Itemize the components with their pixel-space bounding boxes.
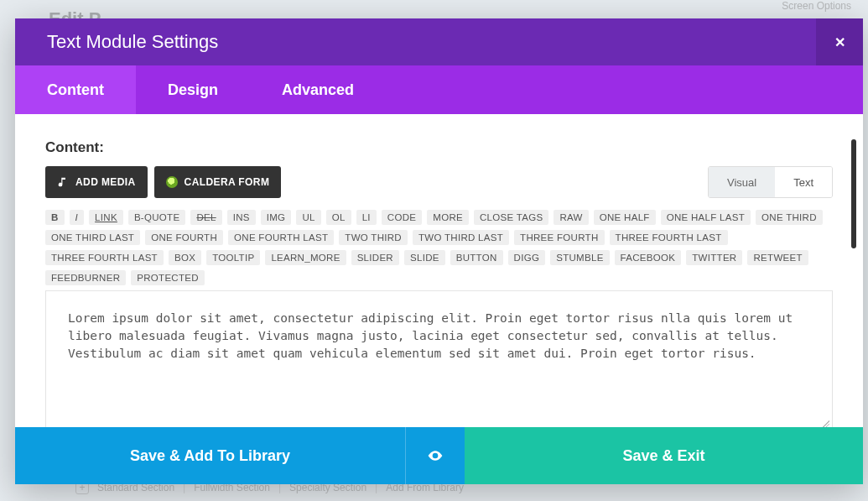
eye-icon [427,447,444,464]
quicktag-box[interactable]: BOX [169,250,201,265]
add-media-button[interactable]: ADD MEDIA [45,166,148,198]
quicktag-one-third[interactable]: ONE THIRD [756,210,823,225]
quicktag-tooltip[interactable]: TOOLTIP [206,250,260,265]
quicktag-three-fourth-last[interactable]: THREE FOURTH LAST [45,250,164,265]
editor-mode-tabs: Visual Text [708,166,833,198]
quicktag-feedburner[interactable]: FEEDBURNER [45,270,126,285]
scrollbar-thumb[interactable] [851,139,856,248]
quicktag-ul[interactable]: UL [296,210,320,225]
quicktag-ol[interactable]: OL [326,210,351,225]
media-toolbar: ADD MEDIA CALDERA FORM Visual Text [45,166,833,198]
quicktag-one-half-last[interactable]: ONE HALF LAST [661,210,751,225]
quicktag-img[interactable]: IMG [261,210,292,225]
quicktag-learn-more[interactable]: LEARN_MORE [265,250,346,265]
caldera-form-button[interactable]: CALDERA FORM [154,166,282,198]
caldera-form-label: CALDERA FORM [185,176,270,188]
bg-screen-options: Screen Options [782,0,851,12]
content-field-label: Content: [45,139,833,156]
save-add-library-button[interactable]: Save & Add To Library [15,427,405,484]
settings-tabs: Content Design Advanced [15,65,863,114]
mode-text[interactable]: Text [775,167,832,197]
close-icon: ✕ [834,34,845,50]
quicktag-slide[interactable]: SLIDE [404,250,445,265]
quicktag-ins[interactable]: INS [227,210,256,225]
close-button[interactable]: ✕ [816,18,863,65]
preview-button[interactable] [405,427,465,484]
quicktag-button[interactable]: BUTTON [450,250,503,265]
quicktag-code[interactable]: CODE [382,210,422,225]
quicktag-close-tags[interactable]: CLOSE TAGS [474,210,548,225]
modal-header: Text Module Settings ✕ [15,18,863,65]
quicktag-one-third-last[interactable]: ONE THIRD LAST [45,230,140,245]
tab-design[interactable]: Design [136,65,250,114]
tab-advanced[interactable]: Advanced [250,65,386,114]
quicktag-b[interactable]: B [45,210,65,225]
tab-content[interactable]: Content [15,65,136,114]
settings-modal: Text Module Settings ✕ Content Design Ad… [15,18,863,484]
quicktag-protected[interactable]: PROTECTED [131,270,205,285]
quicktag-facebook[interactable]: FACEBOOK [615,250,682,265]
modal-title: Text Module Settings [47,31,218,53]
music-note-icon [57,176,69,188]
svg-point-0 [434,454,436,457]
quicktag-i[interactable]: I [70,210,85,225]
quicktag-raw[interactable]: RAW [554,210,588,225]
quicktag-twitter[interactable]: TWITTER [686,250,742,265]
quicktag-link[interactable]: LINK [89,210,123,225]
save-exit-button[interactable]: Save & Exit [465,427,863,484]
quicktag-three-fourth[interactable]: THREE FOURTH [514,230,604,245]
content-editor[interactable]: Lorem ipsum dolor sit amet, consectetur … [45,291,833,427]
quicktag-one-half[interactable]: ONE HALF [594,210,656,225]
quicktag-toolbar: BILINKB-QUOTEDELINSIMGULOLLICODEMORECLOS… [45,206,833,291]
quicktag-more[interactable]: MORE [427,210,469,225]
modal-footer: Save & Add To Library Save & Exit [15,427,863,484]
quicktag-stumble[interactable]: STUMBLE [550,250,609,265]
caldera-icon [166,176,178,188]
quicktag-digg[interactable]: DIGG [508,250,546,265]
mode-visual[interactable]: Visual [709,167,775,197]
quicktag-two-third[interactable]: TWO THIRD [339,230,408,245]
quicktag-b-quote[interactable]: B-QUOTE [128,210,186,225]
quicktag-slider[interactable]: SLIDER [351,250,399,265]
quicktag-one-fourth-last[interactable]: ONE FOURTH LAST [228,230,334,245]
quicktag-two-third-last[interactable]: TWO THIRD LAST [413,230,509,245]
quicktag-del[interactable]: DEL [190,210,221,225]
quicktag-one-fourth[interactable]: ONE FOURTH [145,230,223,245]
add-media-label: ADD MEDIA [75,176,136,188]
quicktag-li[interactable]: LI [356,210,377,225]
quicktag-three-fourth-last[interactable]: THREE FOURTH LAST [610,230,728,245]
editor-wrap: Lorem ipsum dolor sit amet, consectetur … [45,291,833,427]
modal-body: Content: ADD MEDIA CALDERA FORM Visual T… [15,114,863,427]
quicktag-retweet[interactable]: RETWEET [747,250,808,265]
